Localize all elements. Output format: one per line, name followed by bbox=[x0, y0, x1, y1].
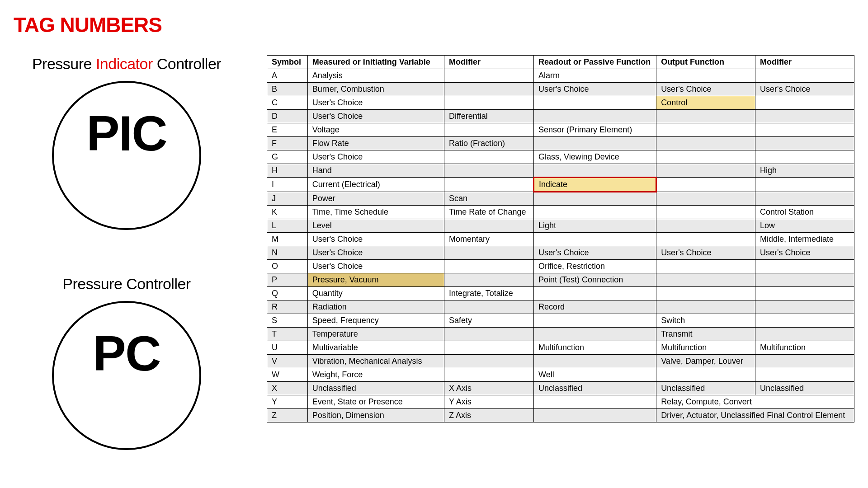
table-cell bbox=[656, 137, 755, 150]
table-cell: L bbox=[267, 219, 308, 233]
table-cell: I bbox=[267, 178, 308, 192]
table-row: LLevelLightLow bbox=[267, 219, 854, 233]
table-cell bbox=[444, 368, 534, 382]
table-cell bbox=[534, 409, 656, 422]
table-cell: Time Rate of Change bbox=[444, 206, 534, 219]
table-cell bbox=[534, 137, 656, 150]
table-row: CUser's ChoiceControl bbox=[267, 96, 854, 110]
table-cell: B bbox=[267, 83, 308, 96]
table-cell: V bbox=[267, 355, 308, 368]
table-cell: Switch bbox=[656, 314, 755, 328]
table-header: Modifier bbox=[755, 56, 854, 69]
table-cell: User's Choice bbox=[755, 83, 854, 96]
table-cell bbox=[656, 192, 755, 206]
table-cell: Glass, Viewing Device bbox=[534, 150, 656, 164]
table-cell bbox=[755, 110, 854, 123]
table-cell: J bbox=[267, 192, 308, 206]
table-cell bbox=[755, 314, 854, 328]
right-column: SymbolMeasured or Initiating VariableMod… bbox=[267, 55, 854, 488]
table-cell: Current (Electrical) bbox=[307, 178, 444, 192]
table-cell bbox=[755, 260, 854, 273]
table-cell bbox=[444, 164, 534, 178]
pc-circle-icon: PC bbox=[52, 301, 201, 450]
table-cell bbox=[444, 246, 534, 260]
table-cell: Unclassified bbox=[534, 382, 656, 395]
table-cell: User's Choice bbox=[307, 260, 444, 273]
table-cell: Voltage bbox=[307, 123, 444, 137]
table-cell: User's Choice bbox=[307, 150, 444, 164]
table-row: BBurner, CombustionUser's ChoiceUser's C… bbox=[267, 83, 854, 96]
table-cell: Hand bbox=[307, 164, 444, 178]
table-cell: D bbox=[267, 110, 308, 123]
table-row: XUnclassifiedX AxisUnclassifiedUnclassif… bbox=[267, 382, 854, 395]
table-row: GUser's ChoiceGlass, Viewing Device bbox=[267, 150, 854, 164]
table-row: FFlow RateRatio (Fraction) bbox=[267, 137, 854, 150]
table-cell: Z Axis bbox=[444, 409, 534, 422]
pc-label: Pressure Controller bbox=[62, 275, 190, 293]
table-row: QQuantityIntegrate, Totalize bbox=[267, 287, 854, 300]
table-cell bbox=[534, 206, 656, 219]
table-cell bbox=[444, 219, 534, 233]
table-cell: Record bbox=[534, 300, 656, 314]
table-row: PPressure, VacuumPoint (Test) Connection bbox=[267, 273, 854, 287]
table-cell: Control Station bbox=[755, 206, 854, 219]
page-title: TAG NUMBERS bbox=[14, 13, 854, 37]
table-cell: Unclassified bbox=[755, 382, 854, 395]
table-cell bbox=[755, 300, 854, 314]
table-cell: F bbox=[267, 137, 308, 150]
table-cell: Pressure, Vacuum bbox=[307, 273, 444, 287]
table-cell: Differential bbox=[444, 110, 534, 123]
table-cell: Valve, Damper, Louver bbox=[656, 355, 755, 368]
pic-block: Pressure Indicator Controller PIC bbox=[32, 55, 221, 275]
table-cell: E bbox=[267, 123, 308, 137]
table-cell bbox=[755, 355, 854, 368]
table-cell bbox=[656, 233, 755, 246]
table-cell bbox=[534, 192, 656, 206]
table-cell bbox=[534, 355, 656, 368]
table-cell bbox=[444, 150, 534, 164]
table-cell: Analysis bbox=[307, 69, 444, 83]
table-cell: Multifunction bbox=[534, 341, 656, 355]
table-cell bbox=[755, 150, 854, 164]
table-cell bbox=[444, 341, 534, 355]
table-cell bbox=[534, 395, 656, 409]
table-cell: Well bbox=[534, 368, 656, 382]
table-row: EVoltageSensor (Primary Element) bbox=[267, 123, 854, 137]
table-cell bbox=[656, 300, 755, 314]
table-cell bbox=[656, 219, 755, 233]
table-cell bbox=[755, 328, 854, 341]
table-cell: Z bbox=[267, 409, 308, 422]
table-cell bbox=[755, 287, 854, 300]
table-cell: A bbox=[267, 69, 308, 83]
table-cell: W bbox=[267, 368, 308, 382]
table-cell: Speed, Frequency bbox=[307, 314, 444, 328]
table-cell: User's Choice bbox=[534, 83, 656, 96]
table-cell bbox=[444, 273, 534, 287]
table-cell bbox=[755, 178, 854, 192]
table-cell: Integrate, Totalize bbox=[444, 287, 534, 300]
table-cell bbox=[656, 206, 755, 219]
table-cell bbox=[444, 260, 534, 273]
table-row: DUser's ChoiceDifferential bbox=[267, 110, 854, 123]
table-cell: H bbox=[267, 164, 308, 178]
table-cell: Temperature bbox=[307, 328, 444, 341]
pc-code: PC bbox=[93, 324, 160, 382]
table-header: Readout or Passive Function bbox=[534, 56, 656, 69]
table-cell bbox=[444, 300, 534, 314]
table-cell bbox=[656, 150, 755, 164]
table-cell: Orifice, Restriction bbox=[534, 260, 656, 273]
table-cell bbox=[534, 328, 656, 341]
table-row: RRadiationRecord bbox=[267, 300, 854, 314]
table-cell bbox=[656, 368, 755, 382]
pic-code: PIC bbox=[86, 104, 166, 162]
table-cell: Power bbox=[307, 192, 444, 206]
table-cell: Y Axis bbox=[444, 395, 534, 409]
table-cell: Driver, Actuator, Unclassified Final Con… bbox=[656, 409, 854, 422]
table-cell: Safety bbox=[444, 314, 534, 328]
table-cell bbox=[656, 178, 755, 192]
table-cell bbox=[534, 314, 656, 328]
table-header: Modifier bbox=[444, 56, 534, 69]
table-cell: Quantity bbox=[307, 287, 444, 300]
table-cell bbox=[755, 137, 854, 150]
table-cell: Y bbox=[267, 395, 308, 409]
